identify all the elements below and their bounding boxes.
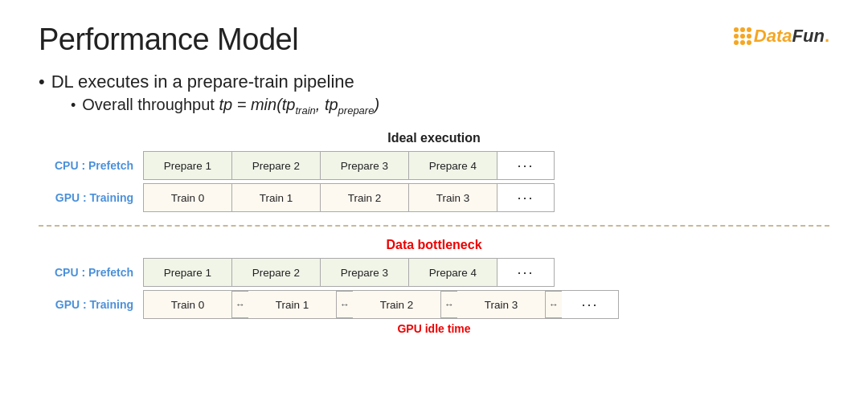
ideal-gpu-boxes: Train 0 Train 1 Train 2 Train 3 ···	[143, 183, 555, 212]
ideal-gpu-box-2: Train 2	[321, 184, 409, 211]
logo-data: Data	[754, 26, 792, 47]
diagrams: Ideal execution CPU : Prefetch Prepare 1…	[39, 128, 829, 335]
idle-arrow-3: ↔	[546, 291, 562, 318]
ideal-cpu-box-0: Prepare 1	[144, 152, 232, 179]
bottleneck-cpu-box-2: Prepare 3	[321, 259, 409, 286]
logo: DataFun.	[734, 26, 829, 47]
ideal-gpu-box-1: Train 1	[232, 184, 321, 211]
ideal-cpu-box-2: Prepare 3	[321, 152, 409, 179]
ideal-gpu-box-3: Train 3	[409, 184, 497, 211]
ideal-cpu-box-dots: ···	[497, 152, 554, 179]
ideal-cpu-box-1: Prepare 2	[232, 152, 321, 179]
idle-arrow-2: ↔	[441, 291, 457, 318]
bullet-main: • DL executes in a prepare-train pipelin…	[39, 72, 829, 92]
bottleneck-cpu-box-dots: ···	[497, 259, 554, 286]
ideal-gpu-box-dots: ···	[497, 184, 554, 211]
page: Performance Model DataFun. • DL executes…	[0, 0, 868, 417]
page-title: Performance Model	[39, 22, 298, 57]
ideal-cpu-row: CPU : Prefetch Prepare 1 Prepare 2 Prepa…	[39, 151, 829, 180]
ideal-gpu-label: GPU : Training	[39, 191, 143, 204]
gpu-idle-label: GPU idle time	[39, 322, 829, 335]
logo-grid-icon	[734, 27, 751, 45]
bottleneck-cpu-boxes: Prepare 1 Prepare 2 Prepare 3 Prepare 4 …	[143, 258, 555, 287]
idle-arrow-1: ↔	[337, 291, 353, 318]
logo-dot: .	[825, 26, 829, 47]
idle-arrow-0: ↔	[232, 291, 248, 318]
bottleneck-diagram: Data bottleneck CPU : Prefetch Prepare 1…	[39, 238, 829, 335]
ideal-cpu-label: CPU : Prefetch	[39, 159, 143, 172]
bottleneck-gpu-box-1: Train 1	[248, 291, 337, 318]
bullet-main-text: DL executes in a prepare-train pipeline	[51, 72, 354, 92]
header: Performance Model DataFun.	[39, 22, 829, 57]
bullet-sub-prefix: Overall throughput tp = min(tptrain, tpp…	[82, 96, 379, 117]
bullet-sub: • Overall throughput tp = min(tptrain, t…	[71, 96, 829, 117]
bottleneck-cpu-box-3: Prepare 4	[409, 259, 497, 286]
bottleneck-cpu-box-0: Prepare 1	[144, 259, 232, 286]
math-formula: tp = min(tptrain, tpprepare)	[219, 96, 379, 113]
bullet-section: • DL executes in a prepare-train pipelin…	[39, 72, 829, 117]
bottleneck-title: Data bottleneck	[39, 238, 829, 252]
ideal-title: Ideal execution	[39, 131, 829, 145]
bottleneck-gpu-label: GPU : Training	[39, 298, 143, 311]
bullet-dot-main: •	[39, 72, 45, 92]
bottleneck-gpu-row: GPU : Training Train 0 ↔ Train 1 ↔ Train…	[39, 290, 829, 319]
bottleneck-gpu-box-dots: ···	[562, 291, 618, 318]
logo-fun: Fun	[792, 26, 825, 47]
bottleneck-cpu-label: CPU : Prefetch	[39, 266, 143, 279]
ideal-cpu-boxes: Prepare 1 Prepare 2 Prepare 3 Prepare 4 …	[143, 151, 555, 180]
bottleneck-cpu-row: CPU : Prefetch Prepare 1 Prepare 2 Prepa…	[39, 258, 829, 287]
ideal-cpu-box-3: Prepare 4	[409, 152, 497, 179]
ideal-gpu-row: GPU : Training Train 0 Train 1 Train 2 T…	[39, 183, 829, 212]
bottleneck-gpu-box-2: Train 2	[353, 291, 441, 318]
ideal-diagram: Ideal execution CPU : Prefetch Prepare 1…	[39, 131, 829, 215]
bottleneck-cpu-box-1: Prepare 2	[232, 259, 321, 286]
bottleneck-gpu-boxes: Train 0 ↔ Train 1 ↔ Train 2 ↔ Train 3 ↔ …	[143, 290, 619, 319]
bullet-dot-sub: •	[71, 97, 76, 114]
bottleneck-gpu-box-0: Train 0	[144, 291, 232, 318]
section-divider	[39, 225, 829, 227]
bottleneck-gpu-box-3: Train 3	[457, 291, 546, 318]
ideal-gpu-box-0: Train 0	[144, 184, 232, 211]
